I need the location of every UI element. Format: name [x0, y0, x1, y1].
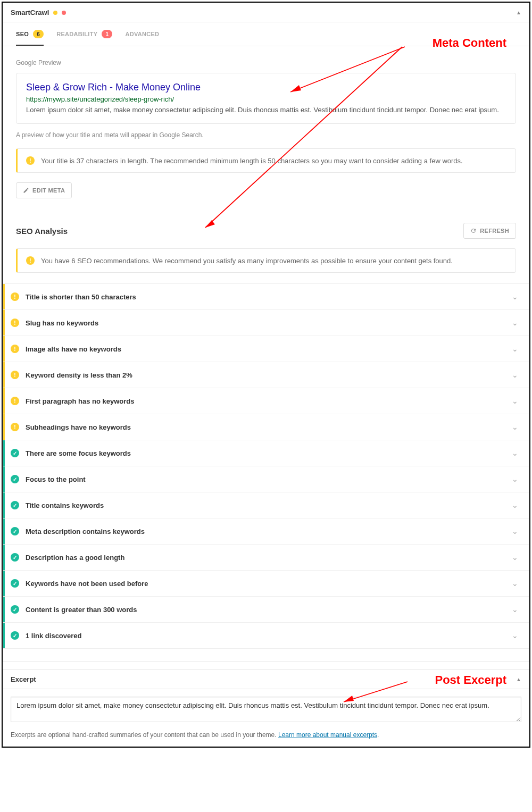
chevron-down-icon: ⌄ [512, 553, 518, 562]
tab-readability-badge: 1 [102, 30, 112, 38]
tab-readability-label: READABILITY [56, 31, 97, 37]
chevron-down-icon: ⌄ [512, 475, 518, 483]
google-preview-box: Sleep & Grow Rich - Make Money Online ht… [16, 73, 516, 124]
tab-advanced[interactable]: ADVANCED [125, 22, 159, 46]
check-icon: ✓ [11, 605, 19, 614]
analysis-item[interactable]: ✓Focus to the point⌄ [3, 466, 529, 492]
edit-meta-button[interactable]: EDIT META [16, 182, 72, 198]
preview-helper-text: A preview of how your title and meta wil… [16, 131, 516, 139]
warning-icon: ! [11, 345, 19, 353]
chevron-down-icon: ⌄ [512, 397, 518, 405]
analysis-item-label: Focus to the point [26, 475, 86, 483]
analysis-item[interactable]: ✓Meta description contains keywords⌄ [3, 518, 529, 544]
panel-title: SmartCrawl [11, 9, 49, 16]
excerpt-title: Excerpt [11, 675, 36, 683]
google-preview-label: Google Preview [16, 59, 516, 66]
check-icon: ✓ [11, 527, 19, 535]
google-description: Lorem ipsum dolor sit amet, make money c… [26, 105, 506, 115]
warning-icon: ! [11, 292, 19, 301]
chevron-down-icon: ⌄ [512, 527, 518, 535]
refresh-label: REFRESH [480, 228, 509, 234]
check-icon: ✓ [11, 501, 19, 509]
tab-readability[interactable]: READABILITY 1 [56, 22, 112, 46]
excerpt-help-link[interactable]: Learn more about manual excerpts [278, 731, 377, 739]
tab-seo-badge: 6 [33, 30, 44, 38]
analysis-item-label: 1 link discovered [26, 632, 82, 640]
analysis-item[interactable]: ✓Title contains keywords⌄ [3, 492, 529, 518]
analysis-items: !Title is shorter than 50 characters⌄!Sl… [3, 283, 529, 649]
analysis-item[interactable]: ✓Content is greater than 300 words⌄ [3, 596, 529, 622]
analysis-item[interactable]: !Title is shorter than 50 characters⌄ [3, 283, 529, 309]
analysis-item[interactable]: !Slug has no keywords⌄ [3, 309, 529, 336]
chevron-down-icon: ⌄ [512, 449, 518, 457]
analysis-item[interactable]: !Keyword density is less than 2%⌄ [3, 362, 529, 388]
analysis-item[interactable]: ✓Description has a good length⌄ [3, 544, 529, 570]
seo-analysis-header: SEO Analysis REFRESH [16, 223, 516, 239]
notice-text: Your title is 37 characters in length. T… [41, 157, 463, 165]
analysis-item[interactable]: ✓There are some focus keywords⌄ [3, 440, 529, 466]
analysis-item-label: Title contains keywords [26, 501, 104, 509]
check-icon: ✓ [11, 449, 19, 457]
check-icon: ✓ [11, 553, 19, 562]
chevron-down-icon: ⌄ [512, 292, 518, 301]
analysis-item[interactable]: !First paragraph has no keywords⌄ [3, 388, 529, 414]
warning-icon: ! [11, 319, 19, 327]
status-dot-error-icon [62, 11, 66, 15]
warning-icon: ! [11, 397, 19, 405]
google-title: Sleep & Grow Rich - Make Money Online [26, 82, 506, 93]
refresh-button[interactable]: REFRESH [463, 223, 516, 239]
analysis-notice-text: You have 6 SEO recommendations. We recom… [41, 257, 453, 265]
chevron-down-icon: ⌄ [512, 345, 518, 353]
chevron-down-icon: ⌄ [512, 423, 518, 431]
chevron-down-icon: ⌄ [512, 605, 518, 614]
analysis-item-label: Keyword density is less than 2% [26, 371, 132, 379]
google-url: https://mywp.site/uncategorized/sleep-gr… [26, 95, 506, 103]
analysis-summary-notice: ! You have 6 SEO recommendations. We rec… [16, 248, 516, 273]
tab-seo[interactable]: SEO 6 [16, 22, 44, 46]
analysis-item[interactable]: ✓1 link discovered⌄ [3, 622, 529, 648]
check-icon: ✓ [11, 475, 19, 483]
tab-seo-label: SEO [16, 31, 29, 37]
analysis-item-label: Title is shorter than 50 characters [26, 293, 136, 301]
warning-icon: ! [11, 371, 19, 379]
chevron-down-icon: ⌄ [512, 371, 518, 379]
analysis-item[interactable]: !Subheadings have no keywords⌄ [3, 414, 529, 440]
title-length-notice: ! Your title is 37 characters in length.… [16, 148, 516, 173]
chevron-down-icon: ⌄ [512, 319, 518, 327]
refresh-icon [470, 228, 477, 234]
excerpt-panel: Excerpt ▲ Excerpts are optional hand-cra… [3, 669, 529, 747]
chevron-down-icon: ⌄ [512, 579, 518, 588]
warning-icon: ! [11, 423, 19, 431]
analysis-item-label: Image alts have no keywords [26, 345, 121, 353]
status-dot-warning-icon [53, 11, 57, 15]
chevron-down-icon: ⌄ [512, 631, 518, 640]
edit-meta-label: EDIT META [32, 187, 65, 194]
excerpt-textarea[interactable] [11, 697, 521, 722]
seo-analysis-title: SEO Analysis [16, 227, 68, 236]
tab-advanced-label: ADVANCED [125, 31, 159, 37]
analysis-item-label: There are some focus keywords [26, 449, 131, 457]
warning-icon: ! [26, 156, 35, 165]
analysis-item-label: Content is greater than 300 words [26, 606, 137, 614]
annotation-meta-content: Meta Content [433, 36, 506, 50]
annotation-post-excerpt: Post Excerpt [435, 673, 507, 687]
analysis-item-label: Slug has no keywords [26, 319, 98, 327]
analysis-item-label: First paragraph has no keywords [26, 397, 134, 405]
chevron-down-icon: ⌄ [512, 501, 518, 509]
check-icon: ✓ [11, 631, 19, 640]
analysis-item-label: Meta description contains keywords [26, 528, 145, 535]
analysis-item[interactable]: ✓Keywords have not been used before⌄ [3, 570, 529, 596]
panel-header[interactable]: SmartCrawl ▲ [3, 3, 529, 22]
excerpt-help: Excerpts are optional hand-crafted summa… [3, 731, 529, 746]
collapse-icon[interactable]: ▲ [516, 676, 521, 682]
collapse-icon[interactable]: ▲ [516, 10, 521, 15]
excerpt-help-text: Excerpts are optional hand-crafted summa… [11, 731, 278, 739]
analysis-item[interactable]: !Image alts have no keywords⌄ [3, 336, 529, 362]
analysis-item-label: Description has a good length [26, 554, 124, 562]
analysis-item-label: Keywords have not been used before [26, 580, 148, 588]
check-icon: ✓ [11, 579, 19, 588]
analysis-item-label: Subheadings have no keywords [26, 423, 131, 431]
smartcrawl-panel: SmartCrawl ▲ SEO 6 READABILITY 1 ADVANCE… [3, 3, 529, 662]
warning-icon: ! [26, 256, 35, 265]
pencil-icon [23, 187, 29, 194]
